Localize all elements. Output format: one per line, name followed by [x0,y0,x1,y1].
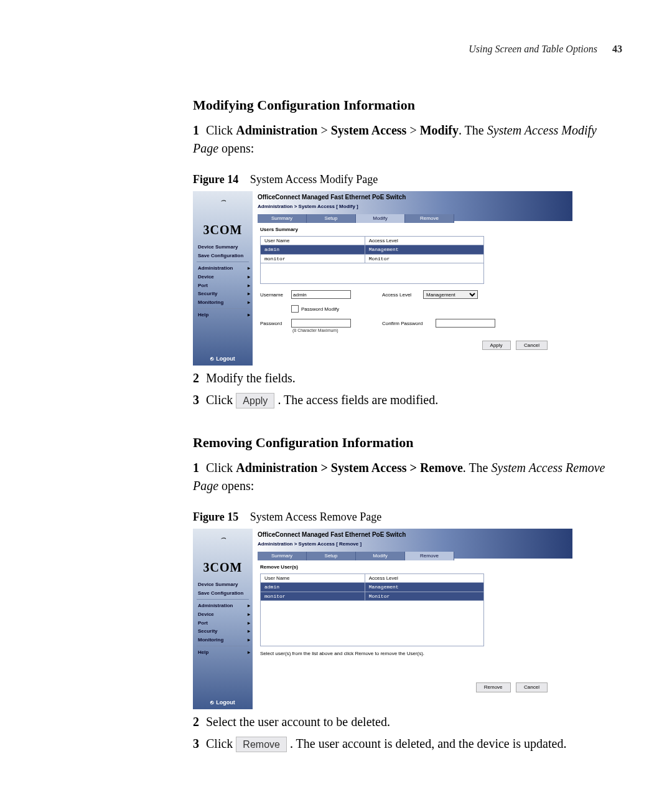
running-header: Using Screen and Table Options 43 [50,44,622,55]
sidebar-item[interactable]: Device Summary [193,243,253,252]
step-number: 1 [193,123,199,137]
tab-summary[interactable]: Summary [258,552,307,560]
username-field[interactable] [291,290,351,299]
page-body: Modifying Configuration Information 1 Cl… [193,95,622,753]
sec2-step2: 2 Select the user account to be deleted. [193,713,622,731]
cancel-button[interactable]: Cancel [516,682,548,692]
label-password-modify: Password Modify [301,306,339,313]
chevron-right-icon: ▸ [248,299,250,306]
sidebar-item[interactable]: Save Configuration [193,252,253,260]
remove-note: Select user(s) from the list above and c… [260,650,566,658]
chevron-right-icon: ▸ [248,273,250,281]
figure14-caption: Figure 14 System Access Modify Page [193,171,622,187]
step-number: 3 [193,393,199,407]
tab-remove[interactable]: Remove [405,552,454,560]
sidebar-item[interactable]: Port▸ [193,281,253,290]
tab-remove[interactable]: Remove [405,214,454,223]
label-username: Username [260,291,291,299]
logo-icon: ⌢ [220,195,226,205]
figure14-screenshot: ⌢ 3COM Device Summary Save Configuration… [193,191,572,366]
sidebar-item-help[interactable]: Help▸ [193,311,253,319]
password-hint: (8 Character Maximum) [292,328,338,334]
logo-icon: ⌢ [220,532,226,542]
sidebar-item[interactable]: Administration▸ [193,602,253,610]
chevron-right-icon: ▸ [248,311,250,319]
sec1-step3: 3 Click Apply . The access fields are mo… [193,391,622,409]
panel-title: Remove User(s) [260,564,566,571]
shot-sidebar: ⌢ 3COM Device Summary Save Configuration… [193,529,253,709]
section-title: Using Screen and Table Options [469,44,597,54]
confirm-password-field[interactable] [436,319,495,328]
users-table: User NameAccess Level adminManagement mo… [260,573,484,647]
password-modify-checkbox[interactable] [291,305,299,313]
remove-button[interactable]: Remove [476,682,511,692]
sec2-step1: 1 Click Administration > System Access >… [193,459,622,495]
chevron-right-icon: ▸ [248,290,250,298]
tab-summary[interactable]: Summary [258,214,307,223]
heading-removing: Removing Configuration Information [193,433,622,453]
sidebar-item[interactable]: Port▸ [193,619,253,628]
product-title: OfficeConnect Managed Fast Ethernet PoE … [258,193,572,202]
sec2-step3: 3 Click Remove . The user account is del… [193,735,622,753]
tab-modify[interactable]: Modify [356,214,405,223]
panel-title: Users Summary [260,226,566,234]
chevron-right-icon: ▸ [248,649,250,656]
sec1-step1: 1 Click Administration > System Access >… [193,121,622,158]
table-row[interactable]: adminManagement [261,583,484,592]
brand-logo: 3COM [193,559,253,577]
product-title: OfficeConnect Managed Fast Ethernet PoE … [258,531,572,540]
logout-button[interactable]: ⎋Logout [193,352,253,366]
table-row[interactable]: monitorMonitor [261,592,484,601]
chevron-right-icon: ▸ [248,611,250,618]
step-number: 2 [193,715,199,729]
figure15-caption: Figure 15 System Access Remove Page [193,509,622,525]
figure15-screenshot: ⌢ 3COM Device Summary Save Configuration… [193,529,572,709]
sidebar-item[interactable]: Security▸ [193,627,253,636]
sidebar-item[interactable]: Device▸ [193,273,253,281]
chevron-right-icon: ▸ [248,620,250,627]
chevron-right-icon: ▸ [248,628,250,635]
step-number: 2 [193,371,199,385]
apply-button-inline: Apply [236,393,274,408]
sidebar-item[interactable]: Monitoring▸ [193,298,253,307]
brand-logo: 3COM [193,221,253,239]
breadcrumb: Administration > System Access [ Remove … [258,540,572,548]
shot-banner: OfficeConnect Managed Fast Ethernet PoE … [253,191,572,221]
tab-setup[interactable]: Setup [307,214,356,223]
step-number: 3 [193,737,199,750]
tab-modify[interactable]: Modify [356,552,405,560]
users-table: User NameAccess Level adminManagement mo… [260,236,484,285]
document-page: { "runhead":{"section":"Using Screen and… [0,0,672,807]
table-row[interactable]: adminManagement [261,245,484,255]
shot-sidebar: ⌢ 3COM Device Summary Save Configuration… [193,191,253,366]
logout-icon: ⎋ [210,356,213,362]
sidebar-item[interactable]: Device Summary [193,580,253,589]
sidebar-item[interactable]: Device▸ [193,610,253,619]
logout-button[interactable]: ⎋Logout [193,696,253,709]
sidebar-item-help[interactable]: Help▸ [193,648,253,657]
logout-icon: ⎋ [210,699,213,706]
remove-button-inline: Remove [236,737,287,752]
step-number: 1 [193,461,199,474]
apply-button[interactable]: Apply [482,341,511,351]
chevron-right-icon: ▸ [248,602,250,610]
cancel-button[interactable]: Cancel [516,341,548,351]
table-row[interactable]: monitorMonitor [261,254,484,263]
label-access: Access Level [382,291,423,299]
sidebar-item[interactable]: Save Configuration [193,589,253,598]
heading-modifying: Modifying Configuration Information [193,95,622,115]
chevron-right-icon: ▸ [248,265,250,272]
chevron-right-icon: ▸ [248,282,250,290]
access-level-select[interactable]: Management [423,290,478,299]
label-password: Password [260,320,291,328]
sec1-step2: 2 Modify the fields. [193,369,622,387]
sidebar-item[interactable]: Administration▸ [193,264,253,273]
chevron-right-icon: ▸ [248,636,250,644]
sidebar-item[interactable]: Monitoring▸ [193,636,253,644]
breadcrumb: Administration > System Access [ Modify … [258,203,572,210]
sidebar-list: Device Summary Save Configuration Admini… [193,243,253,319]
tab-setup[interactable]: Setup [307,552,356,560]
page-number: 43 [612,44,622,54]
password-field[interactable] [291,319,351,328]
sidebar-item[interactable]: Security▸ [193,290,253,298]
